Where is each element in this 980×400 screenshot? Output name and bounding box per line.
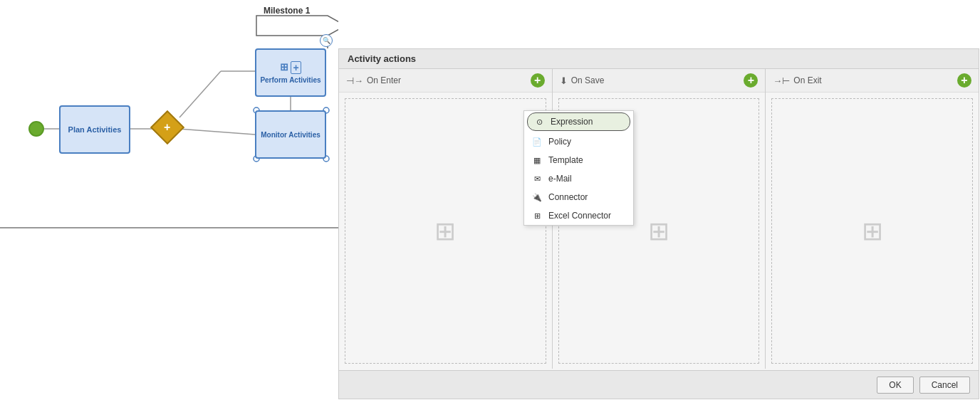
milestone-label: Milestone 1: [264, 6, 310, 16]
panel-footer: OK Cancel: [339, 370, 979, 399]
on-exit-section: →⊢ On Exit + ⊞: [766, 69, 979, 369]
email-icon: ✉: [531, 173, 543, 184]
dropdown-item-template[interactable]: ▦ Template: [524, 151, 633, 169]
on-exit-body: ⊞: [766, 93, 979, 369]
gateway-diamond[interactable]: +: [150, 110, 184, 144]
panel-content: ⊣→ On Enter + ⊞ ⬇ On Save +: [339, 69, 979, 369]
activity-actions-panel: Activity actions ⊣→ On Enter + ⊞ ⬇: [338, 48, 979, 399]
on-enter-add-button[interactable]: +: [531, 73, 545, 88]
excel-connector-label: Excel Connector: [548, 211, 611, 221]
cancel-button[interactable]: Cancel: [919, 377, 970, 394]
on-save-placeholder-icon: ⊞: [648, 216, 669, 246]
svg-marker-10: [256, 16, 338, 36]
on-enter-drop-area: ⊞: [345, 98, 546, 364]
dropdown-item-expression[interactable]: ⊙ Expression: [527, 112, 630, 131]
template-icon: ▦: [531, 154, 543, 166]
on-exit-drop-area: ⊞: [771, 98, 973, 364]
zoom-icon[interactable]: 🔍: [320, 34, 333, 47]
start-node[interactable]: [28, 121, 44, 137]
workflow-canvas: Milestone 1 Plan Activities + ⊞ + Perfor…: [0, 0, 338, 400]
on-save-title: ⬇ On Save: [560, 75, 605, 86]
on-exit-label: On Exit: [793, 75, 821, 85]
dropdown-item-email[interactable]: ✉ e-Mail: [524, 169, 633, 188]
template-label: Template: [548, 155, 583, 165]
on-enter-placeholder-icon: ⊞: [434, 216, 456, 246]
policy-label: Policy: [548, 137, 571, 147]
perform-icons: ⊞ +: [280, 61, 301, 74]
connector-label: Connector: [548, 192, 588, 202]
on-exit-header: →⊢ On Exit +: [766, 69, 979, 93]
on-exit-placeholder-icon: ⊞: [862, 216, 883, 246]
on-exit-add-button[interactable]: +: [957, 73, 971, 88]
monitor-activities-node[interactable]: Monitor Activities: [255, 110, 326, 159]
enter-icon: ⊣→: [346, 75, 363, 86]
policy-icon: 📄: [531, 136, 543, 147]
expression-icon: ⊙: [533, 116, 545, 127]
action-type-dropdown: ⊙ Expression 📄 Policy ▦ Template ✉ e-Mai…: [523, 110, 634, 226]
svg-line-4: [179, 129, 255, 135]
on-enter-section: ⊣→ On Enter + ⊞: [339, 69, 553, 369]
dropdown-item-policy[interactable]: 📄 Policy: [524, 132, 633, 151]
on-enter-body: ⊞: [339, 93, 552, 369]
on-enter-title: ⊣→ On Enter: [346, 75, 401, 86]
on-save-label: On Save: [571, 75, 605, 85]
panel-header: Activity actions: [339, 49, 979, 69]
plan-activities-node[interactable]: Plan Activities: [59, 105, 130, 154]
dropdown-item-connector[interactable]: 🔌 Connector: [524, 188, 633, 206]
save-icon: ⬇: [560, 75, 568, 86]
perform-activities-node[interactable]: ⊞ + Perform Activities: [255, 48, 326, 97]
on-enter-header: ⊣→ On Enter +: [339, 69, 552, 93]
on-enter-label: On Enter: [367, 75, 401, 85]
dropdown-item-excel-connector[interactable]: ⊞ Excel Connector: [524, 206, 633, 225]
on-save-header: ⬇ On Save +: [553, 69, 766, 93]
exit-icon: →⊢: [773, 75, 790, 86]
panel-title: Activity actions: [348, 53, 416, 64]
ok-button[interactable]: OK: [877, 377, 913, 394]
on-exit-title: →⊢ On Exit: [773, 75, 821, 86]
diamond-plus-icon: +: [164, 122, 170, 133]
connector-icon: 🔌: [531, 191, 543, 203]
email-label: e-Mail: [548, 174, 572, 184]
expression-label: Expression: [551, 117, 593, 127]
on-save-add-button[interactable]: +: [744, 73, 758, 88]
svg-line-2: [179, 71, 221, 117]
excel-connector-icon: ⊞: [531, 210, 543, 221]
